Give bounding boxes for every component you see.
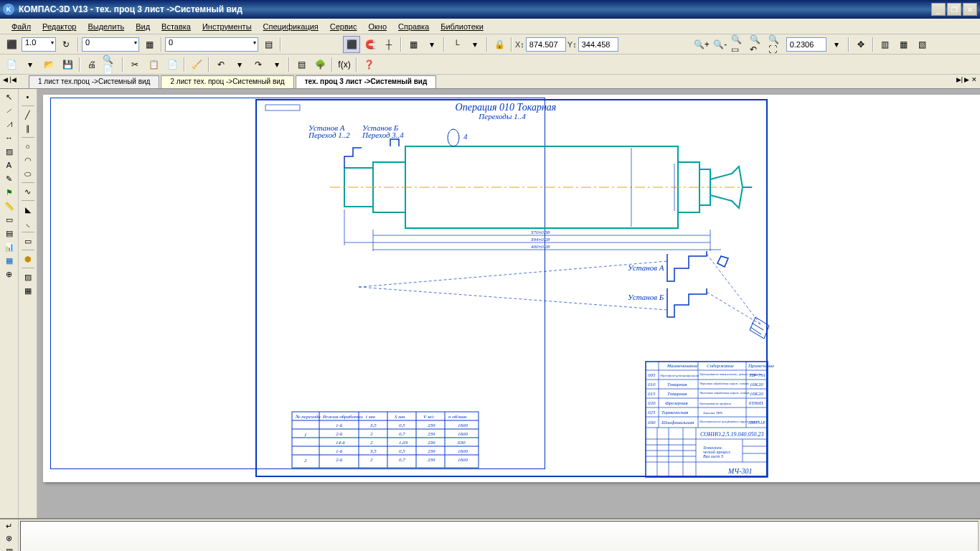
drawing-canvas[interactable]: Операция 010 Токарная Переходы 1..4 Уста… <box>37 89 980 518</box>
menu-lib[interactable]: Библиотеки <box>435 21 489 32</box>
layer-combo[interactable]: 0 <box>82 37 139 52</box>
redo-dd[interactable]: ▾ <box>268 56 286 73</box>
new-dd[interactable]: ▾ <box>22 56 39 73</box>
grid-button[interactable]: ▦ <box>405 36 422 53</box>
minimize-button[interactable]: _ <box>931 3 946 16</box>
help-button[interactable]: ❓ <box>360 56 377 73</box>
zoom-dd[interactable]: ▾ <box>828 36 845 53</box>
print-button[interactable]: 🖨 <box>83 56 100 73</box>
select-tool[interactable]: ↖ <box>1 90 17 103</box>
redo-button[interactable]: ↷ <box>250 56 267 73</box>
hatch2-tool[interactable]: ▨ <box>20 270 36 283</box>
props-button[interactable]: ▤ <box>293 56 310 73</box>
ortho-button[interactable]: ⬛ <box>343 36 360 53</box>
measure-tool[interactable]: 📏 <box>1 199 17 212</box>
erase-button[interactable]: 🧹 <box>188 56 205 73</box>
doc-tab-3[interactable]: тех. проц 3 лист ->Системный вид <box>296 75 437 88</box>
svg-line-27 <box>359 287 667 310</box>
prop-auto[interactable]: ▥ <box>1 546 17 551</box>
report-tool[interactable]: 📊 <box>1 240 17 253</box>
prop-cancel[interactable]: ⊗ <box>1 533 17 544</box>
param-tool[interactable]: ⚑ <box>1 186 17 199</box>
segment-tool[interactable]: ╱ <box>20 108 36 121</box>
dim-lock-button[interactable]: 🔒 <box>491 36 508 53</box>
save-button[interactable]: 💾 <box>59 56 76 73</box>
text-tool[interactable]: A <box>1 159 17 171</box>
menu-spec[interactable]: Спецификация <box>258 21 324 32</box>
menu-service[interactable]: Сервис <box>324 21 363 32</box>
titlebar: K КОМПАС-3D V13 - тех. проц 3 лист ->Сис… <box>0 0 980 19</box>
prop-apply[interactable]: ↵ <box>1 521 17 532</box>
grid-dd[interactable]: ▾ <box>423 36 440 53</box>
menu-help[interactable]: Справка <box>392 21 435 32</box>
polyline-tool[interactable]: ⩘ <box>1 118 17 131</box>
menu-tools[interactable]: Инструменты <box>197 21 258 32</box>
gather-tool[interactable]: ⬢ <box>20 253 36 265</box>
menu-file[interactable]: Файл <box>6 21 37 32</box>
zoom-fit-button[interactable]: 🔍⛶ <box>768 36 785 53</box>
spline-tool[interactable]: ∿ <box>20 185 36 198</box>
svg-text:1600: 1600 <box>458 431 468 437</box>
tree-button[interactable]: 🌳 <box>311 56 329 73</box>
menu-select[interactable]: Выделить <box>82 21 130 32</box>
hatch-tool[interactable]: ▨ <box>1 145 17 158</box>
open-button[interactable]: 📂 <box>40 56 57 73</box>
tab-nav-left[interactable]: ◀ |◀ <box>3 76 17 83</box>
refresh-button[interactable]: ↻ <box>57 36 75 53</box>
style-btn[interactable]: ▤ <box>260 36 277 53</box>
cut-button[interactable]: ✂ <box>126 56 143 73</box>
fillet-tool[interactable]: ◟ <box>20 217 36 230</box>
zoom-in-button[interactable]: 🔍+ <box>693 36 710 53</box>
vars-button[interactable]: f(x) <box>336 56 353 73</box>
view-btn1[interactable]: ▥ <box>877 36 894 53</box>
dim-tool[interactable]: ↔ <box>1 131 17 144</box>
new-button[interactable]: 📄 <box>3 56 20 73</box>
snap-button[interactable]: ┼ <box>380 36 397 53</box>
menu-view[interactable]: Вид <box>130 21 156 32</box>
zoom-prev-button[interactable]: 🔍↶ <box>749 36 766 53</box>
coords-button[interactable]: └ <box>448 36 465 53</box>
line-tool[interactable]: ⟋ <box>1 104 17 117</box>
x-coord-input[interactable] <box>526 37 566 52</box>
zoom-out-button[interactable]: 🔍- <box>712 36 729 53</box>
ellipse-tool[interactable]: ⬭ <box>20 167 36 180</box>
circle-tool[interactable]: ○ <box>20 140 36 153</box>
undo-button[interactable]: ↶ <box>212 56 230 73</box>
view-btn3[interactable]: ▧ <box>914 36 931 53</box>
maximize-button[interactable]: ❐ <box>947 3 961 16</box>
tab-nav-right[interactable]: ▶| ▶ ✕ <box>956 76 977 83</box>
preview-button[interactable]: 🔍📄 <box>102 56 119 73</box>
view-btn2[interactable]: ▦ <box>895 36 913 53</box>
undo-dd[interactable]: ▾ <box>231 56 248 73</box>
pan-button[interactable]: ✥ <box>852 36 870 53</box>
doc-tab-2[interactable]: 2 лист тех. проц ->Системный вид <box>161 75 293 88</box>
close-button[interactable]: ✕ <box>963 3 977 16</box>
parallel-tool[interactable]: ∥ <box>20 122 36 135</box>
coords-dd[interactable]: ▾ <box>466 36 484 53</box>
svg-text:2: 2 <box>304 458 307 463</box>
doc-tab-1[interactable]: 1 лист тех.проц ->Системный вид <box>29 75 159 88</box>
assoc-tool[interactable]: ▦ <box>1 254 17 267</box>
sel-tool[interactable]: ▭ <box>1 213 17 226</box>
paste-button[interactable]: 📄 <box>164 56 181 73</box>
style-combo[interactable]: 0 <box>165 37 258 52</box>
spec-tool[interactable]: ▤ <box>1 227 17 240</box>
scale-combo[interactable]: 1.0 <box>22 37 56 52</box>
copy-button[interactable]: 📋 <box>145 56 162 73</box>
region-tool[interactable]: ▦ <box>20 284 36 297</box>
zoom-input[interactable] <box>786 37 826 52</box>
insert-tool[interactable]: ⊕ <box>1 268 17 281</box>
arc-tool[interactable]: ◠ <box>20 154 36 166</box>
layer-btn[interactable]: ▦ <box>141 36 158 53</box>
magnet-button[interactable]: 🧲 <box>362 36 379 53</box>
menu-edit[interactable]: Редактор <box>37 21 82 32</box>
menu-window[interactable]: Окно <box>362 21 392 32</box>
rect-tool[interactable]: ▭ <box>20 235 36 248</box>
point-tool[interactable]: • <box>20 90 36 103</box>
y-coord-input[interactable] <box>578 37 618 52</box>
menu-insert[interactable]: Вставка <box>156 21 197 32</box>
zoom-window-button[interactable]: 🔍▭ <box>730 36 748 53</box>
edit-tool[interactable]: ✎ <box>1 172 17 185</box>
stop-button[interactable]: ⬛ <box>3 36 20 53</box>
chamfer-tool[interactable]: ◣ <box>20 203 36 216</box>
